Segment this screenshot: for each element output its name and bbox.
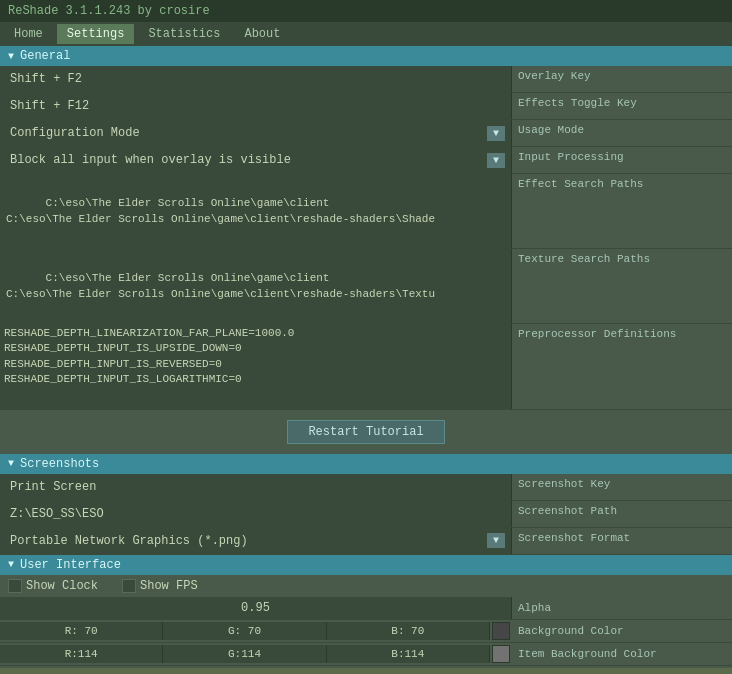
item-bg-r-cell[interactable]: R:114 xyxy=(0,645,163,663)
screenshots-header-label: Screenshots xyxy=(20,457,99,471)
bg-color-swatch xyxy=(492,622,510,640)
item-bg-color-label: Item Background Color xyxy=(518,648,657,660)
nav-settings[interactable]: Settings xyxy=(57,24,135,44)
item-bg-g-value: G:114 xyxy=(228,648,261,660)
screenshot-path-row: Screenshot Path xyxy=(0,501,732,528)
ui-checkboxes-row: Show Clock Show FPS xyxy=(0,575,732,597)
main-content: ▼ General Overlay Key Effects Toggle Key… xyxy=(0,46,732,668)
screenshot-format-label: Screenshot Format xyxy=(518,532,630,544)
screenshot-format-value: Portable Network Graphics (*.png) xyxy=(6,532,487,550)
item-bg-color-swatch xyxy=(492,645,510,663)
screenshot-key-row: Screenshot Key xyxy=(0,474,732,501)
input-processing-dropdown[interactable]: Block all input when overlay is visible … xyxy=(6,151,505,169)
show-clock-box xyxy=(8,579,22,593)
item-bg-g-cell[interactable]: G:114 xyxy=(163,645,326,663)
screenshots-section-header[interactable]: ▼ Screenshots xyxy=(0,454,732,474)
effect-search-paths-value: C:\eso\The Elder Scrolls Online\game\cli… xyxy=(6,197,435,226)
restart-tutorial-button[interactable]: Restart Tutorial xyxy=(287,420,444,444)
bg-r-cell[interactable]: R: 70 xyxy=(0,622,163,640)
screenshot-format-row: Portable Network Graphics (*.png) ▼ Scre… xyxy=(0,528,732,555)
nav-statistics[interactable]: Statistics xyxy=(138,24,230,44)
effects-toggle-row: Effects Toggle Key xyxy=(0,93,732,120)
screenshot-path-label: Screenshot Path xyxy=(518,505,617,517)
ui-collapse-icon: ▼ xyxy=(8,559,14,570)
item-bg-r-value: R:114 xyxy=(65,648,98,660)
bg-g-cell[interactable]: G: 70 xyxy=(163,622,326,640)
bg-b-value: B: 70 xyxy=(391,625,424,637)
item-bg-b-value: B:114 xyxy=(391,648,424,660)
show-clock-checkbox[interactable]: Show Clock xyxy=(8,579,98,593)
background-color-row: R: 70 G: 70 B: 70 Background Color xyxy=(0,620,732,643)
restart-tutorial-container: Restart Tutorial xyxy=(0,410,732,454)
show-fps-label: Show FPS xyxy=(140,579,198,593)
nav-home[interactable]: Home xyxy=(4,24,53,44)
general-collapse-icon: ▼ xyxy=(8,51,14,62)
show-clock-label: Show Clock xyxy=(26,579,98,593)
effect-search-paths-row: C:\eso\The Elder Scrolls Online\game\cli… xyxy=(0,174,732,249)
effect-search-paths-label: Effect Search Paths xyxy=(518,178,643,190)
overlay-key-input[interactable] xyxy=(6,70,505,88)
screenshot-format-arrow-icon: ▼ xyxy=(487,533,505,548)
alpha-value: 0.95 xyxy=(241,601,270,615)
overlay-key-label: Overlay Key xyxy=(518,70,591,82)
ui-section-header[interactable]: ▼ User Interface xyxy=(0,555,732,575)
usage-mode-label: Usage Mode xyxy=(518,124,584,136)
texture-search-paths-label: Texture Search Paths xyxy=(518,253,650,265)
usage-mode-arrow-icon: ▼ xyxy=(487,126,505,141)
input-processing-label: Input Processing xyxy=(518,151,624,163)
usage-mode-value: Configuration Mode xyxy=(6,124,487,142)
texture-search-paths-value: C:\eso\The Elder Scrolls Online\game\cli… xyxy=(6,272,435,301)
show-fps-checkbox[interactable]: Show FPS xyxy=(122,579,198,593)
screenshot-key-label: Screenshot Key xyxy=(518,478,610,490)
alpha-row: 0.95 Alpha xyxy=(0,597,732,620)
effects-toggle-label: Effects Toggle Key xyxy=(518,97,637,109)
bg-b-cell[interactable]: B: 70 xyxy=(327,622,490,640)
show-fps-box xyxy=(122,579,136,593)
item-bg-color-row: R:114 G:114 B:114 Item Background Color xyxy=(0,643,732,666)
preprocessor-textarea[interactable]: RESHADE_DEPTH_LINEARIZATION_FAR_PLANE=10… xyxy=(0,324,511,405)
overlay-key-row: Overlay Key xyxy=(0,66,732,93)
input-processing-arrow-icon: ▼ xyxy=(487,153,505,168)
usage-mode-dropdown[interactable]: Configuration Mode ▼ xyxy=(6,124,505,142)
active-item-color-row: R: 51 G:128 B:153 Active Item Color xyxy=(0,666,732,668)
alpha-label: Alpha xyxy=(518,602,551,614)
effects-toggle-input[interactable] xyxy=(6,97,505,115)
general-header-label: General xyxy=(20,49,70,63)
bg-g-value: G: 70 xyxy=(228,625,261,637)
input-processing-value: Block all input when overlay is visible xyxy=(6,151,487,169)
bg-r-value: R: 70 xyxy=(65,625,98,637)
preprocessor-row: RESHADE_DEPTH_LINEARIZATION_FAR_PLANE=10… xyxy=(0,324,732,410)
title-bar: ReShade 3.1.1.243 by crosire xyxy=(0,0,732,22)
nav-about[interactable]: About xyxy=(234,24,290,44)
texture-search-paths-row: C:\eso\The Elder Scrolls Online\game\cli… xyxy=(0,249,732,324)
screenshots-collapse-icon: ▼ xyxy=(8,458,14,469)
general-section-header[interactable]: ▼ General xyxy=(0,46,732,66)
item-bg-b-cell[interactable]: B:114 xyxy=(327,645,490,663)
ui-header-label: User Interface xyxy=(20,558,121,572)
input-processing-row: Block all input when overlay is visible … xyxy=(0,147,732,174)
title-text: ReShade 3.1.1.243 by crosire xyxy=(8,4,210,18)
screenshot-format-dropdown[interactable]: Portable Network Graphics (*.png) ▼ xyxy=(6,532,505,550)
screenshot-key-input[interactable] xyxy=(6,478,505,496)
usage-mode-row: Configuration Mode ▼ Usage Mode xyxy=(0,120,732,147)
nav-bar: Home Settings Statistics About xyxy=(0,22,732,46)
bg-color-label: Background Color xyxy=(518,625,624,637)
preprocessor-label: Preprocessor Definitions xyxy=(518,328,676,340)
screenshot-path-input[interactable] xyxy=(6,505,505,523)
